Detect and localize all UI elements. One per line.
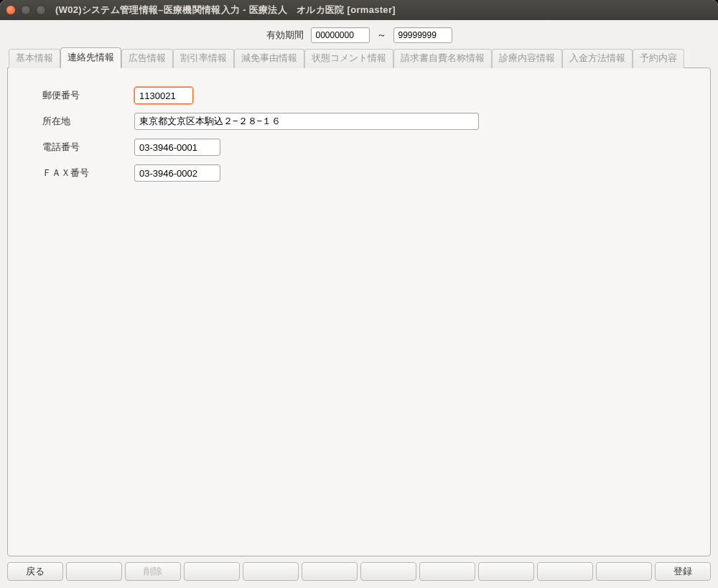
row-tel: 電話番号 (29, 139, 689, 156)
tab-contact[interactable]: 連絡先情報 (60, 47, 121, 68)
zip-input[interactable] (134, 87, 193, 104)
address-input[interactable] (134, 113, 479, 130)
button-11[interactable] (596, 562, 652, 581)
register-button[interactable]: 登録 (655, 562, 711, 581)
button-9[interactable] (478, 562, 534, 581)
minimize-icon[interactable] (21, 5, 31, 15)
validity-row: 有効期間 ～ (7, 26, 711, 43)
button-4[interactable] (184, 562, 240, 581)
tab-advert[interactable]: 広告情報 (121, 49, 173, 68)
validity-label: 有効期間 (266, 29, 304, 42)
button-5[interactable] (243, 562, 299, 581)
fax-input[interactable] (134, 164, 220, 182)
tab-treatment[interactable]: 診療内容情報 (492, 49, 562, 68)
label-tel: 電話番号 (29, 141, 134, 154)
close-icon[interactable] (6, 5, 16, 15)
row-address: 所在地 (29, 113, 689, 130)
content-area: 有効期間 ～ 基本情報 連絡先情報 広告情報 割引率情報 減免事由情報 状態コメ… (0, 20, 718, 588)
back-button[interactable]: 戻る (7, 562, 63, 581)
label-fax: ＦＡＸ番号 (29, 167, 134, 179)
button-8[interactable] (419, 562, 475, 581)
tab-basic[interactable]: 基本情報 (9, 49, 60, 68)
validity-from-input[interactable] (311, 27, 370, 43)
app-window: (W02)システム管理情報–医療機関情報入力 - 医療法人 オルカ医院 [orm… (0, 0, 718, 588)
maximize-icon[interactable] (36, 5, 46, 15)
delete-button[interactable]: 削除 (125, 562, 181, 581)
tab-payment[interactable]: 入金方法情報 (562, 49, 633, 68)
tab-reservation[interactable]: 予約内容 (633, 49, 684, 68)
tel-input[interactable] (134, 139, 220, 156)
tab-content: 郵便番号 所在地 電話番号 ＦＡＸ番号 (7, 67, 711, 556)
tab-invoice[interactable]: 請求書自費名称情報 (393, 49, 492, 68)
validity-to-input[interactable] (393, 27, 452, 43)
row-fax: ＦＡＸ番号 (29, 164, 689, 182)
tab-status[interactable]: 状態コメント情報 (304, 49, 393, 68)
row-zip: 郵便番号 (29, 87, 689, 104)
window-title: (W02)システム管理情報–医療機関情報入力 - 医療法人 オルカ医院 [orm… (55, 4, 396, 17)
button-6[interactable] (302, 562, 358, 581)
validity-separator: ～ (377, 29, 386, 42)
tab-exemption[interactable]: 減免事由情報 (234, 49, 304, 68)
titlebar: (W02)システム管理情報–医療機関情報入力 - 医療法人 オルカ医院 [orm… (0, 0, 718, 20)
button-bar: 戻る 削除 登録 (7, 556, 711, 588)
tab-bar: 基本情報 連絡先情報 広告情報 割引率情報 減免事由情報 状態コメント情報 請求… (7, 47, 711, 68)
label-address: 所在地 (29, 115, 134, 128)
tab-discount[interactable]: 割引率情報 (173, 49, 234, 68)
button-10[interactable] (537, 562, 593, 581)
button-7[interactable] (360, 562, 416, 581)
button-2[interactable] (66, 562, 122, 581)
label-zip: 郵便番号 (29, 89, 134, 102)
